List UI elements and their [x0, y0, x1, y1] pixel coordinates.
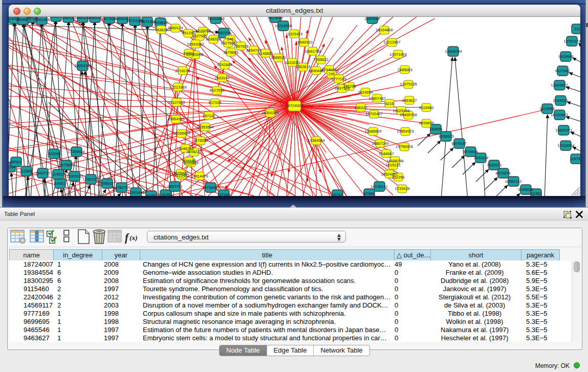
svg-text:16154808: 16154808: [376, 28, 393, 32]
svg-text:486322: 486322: [354, 105, 367, 110]
svg-text:19218506: 19218506: [275, 24, 292, 28]
svg-text:917004: 917004: [208, 100, 221, 105]
svg-text:7485063: 7485063: [397, 68, 412, 72]
svg-text:11568: 11568: [21, 169, 32, 173]
svg-text:7955822: 7955822: [313, 57, 328, 62]
svg-text:19654923: 19654923: [397, 129, 413, 134]
svg-text:202065: 202065: [48, 151, 60, 156]
svg-text:8471676: 8471676: [495, 171, 510, 176]
svg-text:8660124: 8660124: [168, 26, 183, 30]
svg-text:16782759: 16782759: [113, 185, 130, 190]
svg-text:f: f: [125, 231, 129, 244]
svg-text:116753: 116753: [570, 157, 580, 161]
svg-text:11325419: 11325419: [286, 32, 303, 36]
svg-text:114519: 114519: [52, 172, 64, 177]
svg-text:16210643: 16210643: [551, 113, 568, 117]
svg-text:16961758: 16961758: [304, 49, 321, 54]
svg-text:9329966: 9329966: [558, 54, 573, 59]
svg-text:17016504: 17016504: [557, 143, 574, 148]
svg-text:87968: 87968: [364, 191, 375, 196]
svg-text:5226058: 5226058: [195, 29, 210, 33]
svg-text:9463627: 9463627: [402, 98, 417, 103]
svg-text:3675685: 3675685: [223, 50, 238, 55]
svg-text:267110: 267110: [203, 114, 215, 118]
svg-text:15751074: 15751074: [563, 39, 580, 43]
svg-text:(x): (x): [129, 234, 138, 242]
svg-text:18640910: 18640910: [295, 40, 312, 45]
svg-text:33154: 33154: [9, 165, 15, 169]
svg-text:17957225: 17957225: [82, 177, 99, 182]
svg-text:1527602: 1527602: [101, 17, 116, 21]
svg-text:245: 245: [329, 72, 335, 76]
svg-text:9474444: 9474444: [463, 149, 477, 154]
svg-text:3975887: 3975887: [59, 163, 74, 167]
svg-text:20053346: 20053346: [74, 63, 91, 68]
svg-text:909948: 909948: [182, 159, 195, 163]
svg-text:10973493: 10973493: [389, 52, 406, 57]
svg-text:9184067: 9184067: [379, 151, 394, 156]
svg-text:6879197: 6879197: [451, 141, 466, 146]
svg-text:9699695: 9699695: [419, 121, 433, 125]
svg-text:2603144: 2603144: [214, 76, 229, 80]
svg-text:7957224: 7957224: [216, 31, 231, 35]
svg-text:9327505: 9327505: [192, 34, 207, 38]
svg-text:16648784: 16648784: [445, 49, 462, 54]
svg-text:19384554: 19384554: [308, 138, 324, 143]
svg-text:15716485: 15716485: [202, 185, 219, 190]
svg-text:9115460: 9115460: [419, 105, 434, 110]
svg-text:10654112: 10654112: [505, 179, 522, 184]
svg-text:9777169: 9777169: [331, 77, 346, 81]
svg-text:2942737: 2942737: [35, 171, 50, 176]
svg-text:86501: 86501: [11, 160, 21, 164]
svg-text:10688609: 10688609: [364, 129, 381, 134]
svg-text:12213389: 12213389: [169, 85, 186, 90]
svg-text:1244415: 1244415: [553, 98, 568, 103]
svg-text:106532: 106532: [88, 17, 101, 20]
svg-text:12923448: 12923448: [127, 190, 144, 195]
svg-text:8813054: 8813054: [268, 17, 282, 20]
svg-text:15692971: 15692971: [555, 128, 572, 133]
svg-text:9227342: 9227342: [555, 69, 570, 73]
svg-text:1615112: 1615112: [386, 163, 401, 167]
svg-text:16107552: 16107552: [168, 100, 185, 105]
svg-text:12213967: 12213967: [383, 40, 400, 45]
svg-text:164095: 164095: [429, 127, 442, 132]
svg-text:18300295: 18300295: [262, 111, 278, 115]
svg-text:12093872: 12093872: [551, 83, 568, 87]
svg-text:14136141: 14136141: [371, 184, 387, 189]
svg-text:157164: 157164: [217, 192, 230, 196]
svg-text:7515526: 7515526: [153, 20, 167, 25]
svg-text:6216: 6216: [385, 101, 394, 106]
svg-text:19166827: 19166827: [173, 131, 190, 136]
svg-text:1733426: 1733426: [395, 186, 409, 191]
svg-text:16543362: 16543362: [187, 42, 204, 47]
svg-text:9245: 9245: [162, 192, 170, 196]
svg-text:19654985: 19654985: [167, 117, 184, 121]
svg-text:252254: 252254: [391, 175, 404, 180]
svg-text:8186323: 8186323: [206, 37, 221, 41]
svg-text:10807487: 10807487: [368, 96, 385, 101]
svg-text:16033809: 16033809: [207, 17, 224, 21]
svg-text:12905135: 12905135: [66, 174, 83, 179]
svg-text:8878352: 8878352: [193, 138, 208, 143]
svg-text:1362615: 1362615: [295, 64, 310, 69]
svg-text:8427552: 8427552: [209, 88, 224, 93]
svg-text:7625402: 7625402: [173, 171, 188, 176]
svg-text:746266: 746266: [343, 84, 356, 89]
svg-text:2087652: 2087652: [364, 17, 379, 21]
svg-text:14451: 14451: [55, 181, 66, 186]
svg-text:3498222: 3498222: [186, 149, 201, 154]
svg-text:8938923: 8938923: [439, 134, 453, 139]
svg-text:111: 111: [574, 27, 580, 31]
svg-text:2935114: 2935114: [474, 156, 489, 160]
svg-text:1588520: 1588520: [271, 55, 286, 60]
svg-text:98901: 98901: [184, 51, 194, 56]
svg-text:17359924: 17359924: [68, 149, 84, 154]
svg-text:12975135: 12975135: [400, 82, 417, 86]
svg-text:7632621: 7632621: [487, 163, 502, 167]
svg-text:2718176: 2718176: [175, 69, 190, 73]
svg-text:92450: 92450: [531, 191, 542, 196]
svg-text:9242848: 9242848: [217, 62, 232, 67]
svg-text:15495798: 15495798: [400, 113, 417, 117]
svg-text:11353594: 11353594: [197, 125, 214, 129]
